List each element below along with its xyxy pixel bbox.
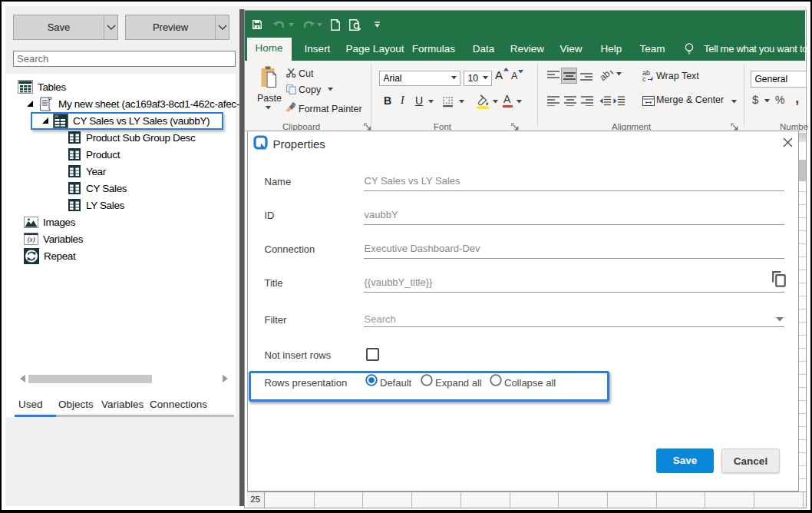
svg-text:c: c xyxy=(642,75,646,82)
svg-text:(x): (x) xyxy=(28,236,35,244)
